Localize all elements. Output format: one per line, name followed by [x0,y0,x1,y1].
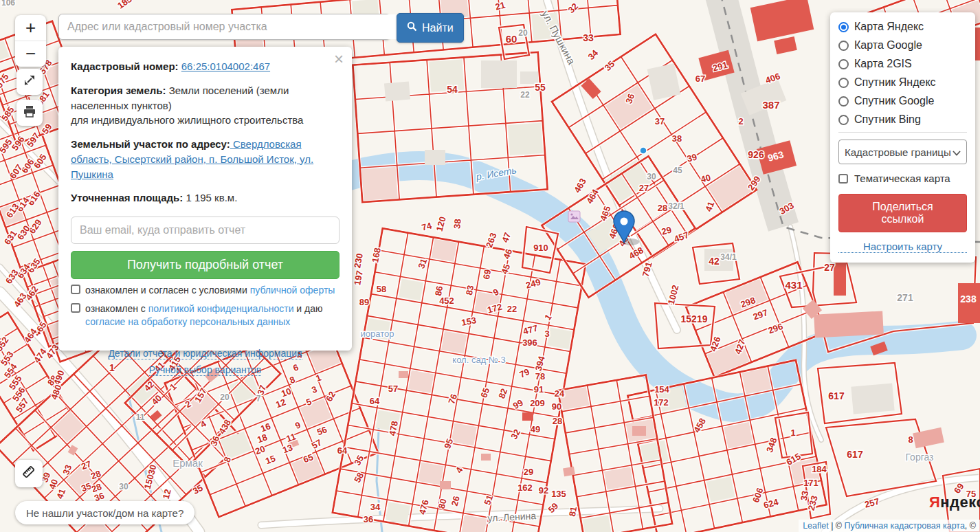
map-label: 162 [517,483,533,493]
basemap-radio-list: Карта ЯндексКарта GoogleКарта 2GISСпутни… [838,21,967,126]
map-label: 78 [535,371,545,381]
radio-icon[interactable] [838,115,849,125]
map-label: 34/1 [720,252,737,262]
offer-link[interactable]: публичной оферты [250,285,335,296]
radio-icon[interactable] [838,59,849,69]
basemap-radio-4[interactable]: Спутник Яндекс [838,76,967,89]
basemap-radio-1[interactable]: Карта Яндекс [838,21,967,33]
chevron-down-icon [953,146,961,158]
map-label: кол. сад № 3 [452,355,505,365]
measure-button[interactable] [15,460,43,487]
map-feature [814,311,884,337]
map-label: 617 [828,390,845,401]
map-label: 81 [567,506,579,518]
cadastral-number-link[interactable]: 66:25:0104002:467 [181,60,270,72]
basemap-radio-3[interactable]: Карта 2GIS [838,58,967,70]
map-feature [440,481,451,489]
search-button[interactable]: Найти [397,13,464,43]
basemap-radio-2[interactable]: Карта Google [838,39,967,52]
map-label: 54 [447,84,458,95]
thematic-map-checkbox[interactable] [838,174,848,184]
map-feature [384,81,410,101]
ruler-icon [21,464,37,483]
privacy-checkbox[interactable] [71,303,80,313]
map-label: 55 [535,82,546,93]
privacy-policy-link[interactable]: политикой конфиденциальности [148,303,294,314]
area-label: Уточненная площадь: [71,192,183,203]
map-label: 30 [647,172,656,181]
map-label: 238 [960,293,977,304]
map-label: 92 [539,485,548,496]
map-label: 387 [762,99,779,111]
map-label: 172 [654,397,669,408]
map-label: 209 [530,398,545,408]
basemap-radio-label: Спутник Google [854,95,934,107]
attribution: Leaflet | © Публичная кадастровая карта,… [799,520,980,532]
pkk-link[interactable]: Публичная кадастровая карта [845,521,965,531]
yandex-logo: Яндекс [929,494,980,511]
fullscreen-button[interactable] [16,69,43,95]
map-feature [632,426,646,436]
map-label: 24 [555,388,565,399]
manual-select-link[interactable]: Ручной выбор вариантов [149,364,262,376]
zoom-in-button[interactable]: + [15,15,46,41]
fullscreen-icon [23,74,36,90]
land-category-label: Категория земель: [71,85,166,96]
map-label: 7 [256,394,261,403]
map-label: 38 [452,219,463,230]
configure-map-link[interactable]: Настроить карту [838,241,967,253]
leaflet-link[interactable]: Leaflet [803,521,829,531]
radio-icon[interactable] [838,96,849,107]
share-link-button[interactable]: Поделиться ссылкой [838,194,967,232]
map-label: 20 [220,392,230,402]
email-field[interactable] [71,217,339,244]
map-label: 154 [654,384,669,395]
basemap-radio-6[interactable]: Спутник Bing [838,113,967,126]
zoom-control: + − [15,15,46,67]
thematic-map-row: Тематическая карта [838,173,967,184]
map-feature [481,60,517,88]
search-input[interactable] [59,14,406,39]
basemap-radio-label: Спутник Яндекс [854,76,936,89]
app: 10618521323334602054225535ул. Пушкина672… [0,0,980,532]
map-label: 58 [377,284,386,294]
print-button[interactable] [16,100,43,126]
map-label: 27 [639,183,649,193]
zoom-out-button[interactable]: − [15,41,46,67]
map-label: 926 [748,149,764,160]
offer-checkbox[interactable] [71,285,80,294]
basemap-radio-5[interactable]: Спутник Google [838,95,967,107]
map-label: 64 [337,445,348,456]
personal-data-link[interactable]: согласие на обработку персональных данны… [85,316,290,327]
map-feature [399,371,408,378]
radio-icon[interactable] [838,41,849,51]
offer-text: ознакомлен и согласен с условиями [85,285,250,296]
map-label: 11 [136,412,145,422]
map-label: 3 [544,329,549,339]
map-label: 42 [709,256,720,267]
secondary-marker[interactable] [640,147,647,154]
radio-selected-icon[interactable] [838,22,849,32]
basemap-radio-label: Карта Яндекс [854,21,924,33]
radio-icon[interactable] [838,78,849,88]
map-label: иоратор [361,329,394,339]
map-label: 396 [522,337,537,348]
get-report-button[interactable]: Получить подробный отчет [71,251,339,279]
map-label: 90 [552,401,561,412]
privacy-text1: ознакомлен с [85,303,148,314]
map-label: 1 [790,428,795,438]
close-icon[interactable]: × [334,51,344,67]
map-feature [481,454,491,461]
map-label: 33 [583,32,594,43]
thematic-map-label: Тематическая карта [854,173,950,184]
report-details-link[interactable]: Детали отчета и юридическая информация [108,348,302,359]
not-found-pill[interactable]: Не нашли участок/дом на карте? [15,501,194,524]
map-label: 135 [551,489,566,499]
map-feature [851,383,894,414]
search-bar [58,14,390,40]
map-label: 29 [524,467,533,477]
map-label: 91 [534,384,544,395]
map-label: 15219 [681,313,708,324]
map-label: 64 [370,396,380,406]
overlay-select[interactable]: Кадастровые границы [838,140,967,164]
